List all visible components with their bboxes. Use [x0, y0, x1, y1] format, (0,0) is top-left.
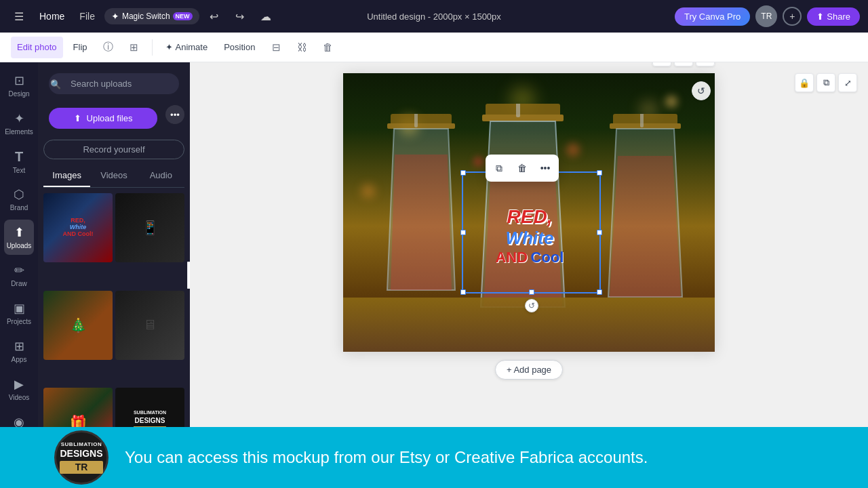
sidebar-item-videos[interactable]: ▶ Videos — [4, 371, 34, 407]
canvas-refresh-icon: ↺ — [697, 85, 705, 96]
copy-icon: ⧉ — [823, 77, 829, 88]
text-icon: T — [15, 149, 23, 165]
animate-button[interactable]: ✦ Animate — [159, 37, 214, 58]
lock-icon: 🔒 — [799, 78, 810, 88]
sidebar-item-text[interactable]: T Text — [4, 144, 34, 179]
edit-toolbar: Edit photo Flip ⓘ ⊞ ✦ Animate Position ⊟… — [0, 33, 868, 62]
canvas-wrapper[interactable]: RED, White AND Cool — [343, 73, 715, 352]
uploads-icon: ⬆ — [14, 225, 24, 240]
svg-rect-5 — [516, 104, 520, 117]
upload-files-button[interactable]: ⬆ Upload files — [49, 108, 157, 129]
add-user-button[interactable]: + — [783, 7, 802, 26]
tab-videos[interactable]: Videos — [90, 165, 137, 187]
svg-rect-4 — [482, 115, 564, 121]
magic-switch-button[interactable]: ✦ Magic Switch NEW — [104, 8, 199, 24]
share-icon: ⬆ — [816, 12, 824, 22]
thumbnail-2[interactable]: 📱 — [115, 193, 184, 262]
edit-photo-button[interactable]: Edit photo — [11, 37, 63, 58]
brand-overlay: SUBLIMATION DESIGNS TR You can access th… — [0, 427, 868, 488]
cloud-save-button[interactable]: ☁ — [255, 5, 277, 27]
context-more-icon: ••• — [540, 163, 551, 174]
sidebar-item-elements[interactable]: ✦ Elements — [4, 106, 34, 141]
thumbnail-4[interactable]: 🖥 — [115, 291, 184, 360]
context-delete-icon: 🗑 — [517, 163, 527, 174]
svg-rect-8 — [640, 114, 644, 127]
try-canva-pro-button[interactable]: Try Canva Pro — [675, 7, 750, 26]
left-sidebar: ⊡ Design ✦ Elements T Text ⬡ Brand ⬆ Upl… — [0, 62, 38, 488]
cloud-icon: ☁ — [260, 10, 271, 23]
context-more-button[interactable]: ••• — [534, 157, 556, 179]
thumbnail-1[interactable]: RED, White AND Cool! — [43, 193, 113, 262]
search-input[interactable] — [49, 73, 179, 94]
share-button[interactable]: ⬆ Share — [807, 7, 860, 26]
delete-button[interactable]: 🗑 — [317, 37, 338, 58]
upload-btn-row: ⬆ Upload files ••• — [43, 105, 184, 134]
tab-audio[interactable]: Audio — [138, 165, 184, 187]
brand-icon: ⬡ — [14, 187, 24, 202]
search-wrapper: 🔍 — [43, 68, 184, 100]
link-icon: ⛓ — [297, 41, 307, 53]
file-button[interactable]: File — [74, 5, 100, 27]
design-title: Untitled design - 2000px × 1500px — [367, 12, 501, 22]
grid-icon: ⊟ — [272, 41, 281, 54]
menu-icon: ☰ — [14, 10, 24, 23]
main-layout: ⊡ Design ✦ Elements T Text ⬡ Brand ⬆ Upl… — [0, 62, 868, 488]
canvas-area[interactable]: 🔒 ⧉ ⤢ ↺ — [190, 62, 868, 488]
design-content[interactable]: RED, White AND Cool — [455, 161, 604, 310]
projects-icon: ▣ — [14, 301, 25, 316]
svg-rect-2 — [414, 114, 418, 127]
sidebar-item-uploads[interactable]: ⬆ Uploads — [4, 220, 34, 255]
search-icon: 🔍 — [50, 79, 61, 89]
canvas-frame-actions: 🔒 ⧉ ⤢ — [795, 73, 857, 92]
toolbar-divider — [152, 39, 153, 56]
record-yourself-button[interactable]: Record yourself — [43, 140, 184, 159]
sidebar-item-draw[interactable]: ✏ Draw — [4, 258, 34, 293]
expand-button[interactable]: ⤢ — [838, 73, 857, 92]
add-page-button[interactable]: + Add page — [495, 360, 563, 380]
svg-rect-1 — [387, 123, 455, 129]
context-delete-button[interactable]: 🗑 — [511, 157, 533, 179]
upload-icon: ⬆ — [74, 113, 81, 123]
canvas-refresh-button[interactable]: ↺ — [692, 81, 711, 100]
context-menu: ⧉ 🗑 ••• — [486, 155, 559, 182]
magic-switch-icon: ✦ — [111, 11, 119, 22]
frame-lock-button[interactable]: 🔒 — [652, 62, 671, 66]
link-button[interactable]: ⛓ — [291, 37, 313, 58]
copy-canvas-button[interactable]: ⧉ — [816, 73, 835, 92]
sidebar-item-brand[interactable]: ⬡ Brand — [4, 182, 34, 217]
trash-icon: 🗑 — [323, 41, 333, 53]
sidebar-item-projects[interactable]: ▣ Projects — [4, 296, 34, 331]
layout-icon: ⊞ — [130, 41, 138, 54]
videos-icon: ▶ — [14, 377, 24, 392]
svg-rect-7 — [610, 123, 681, 129]
grid-button[interactable]: ⊟ — [265, 37, 287, 58]
context-copy-icon: ⧉ — [496, 163, 502, 174]
position-button[interactable]: Position — [218, 37, 261, 58]
frame-copy-button[interactable]: ⧉ — [674, 62, 693, 66]
sidebar-item-design[interactable]: ⊡ Design — [4, 68, 34, 103]
right-jar — [603, 114, 688, 307]
undo-button[interactable]: ↩ — [203, 5, 225, 27]
home-button[interactable]: Home — [34, 5, 70, 27]
design-icon: ⊡ — [14, 73, 24, 88]
lock-button[interactable]: 🔒 — [795, 73, 814, 92]
redo-button[interactable]: ↪ — [229, 5, 251, 27]
undo-icon: ↩ — [210, 10, 218, 23]
avatar[interactable]: TR — [755, 5, 777, 27]
tab-images[interactable]: Images — [43, 165, 90, 187]
draw-icon: ✏ — [14, 263, 24, 278]
context-copy-button[interactable]: ⧉ — [488, 157, 510, 179]
sidebar-item-apps[interactable]: ⊞ Apps — [4, 333, 34, 369]
layout-button[interactable]: ⊞ — [123, 37, 145, 58]
info-button[interactable]: ⓘ — [98, 37, 119, 58]
upload-more-button[interactable]: ••• — [165, 105, 184, 124]
flip-button[interactable]: Flip — [67, 37, 94, 58]
frame-expand-button[interactable]: ⤢ — [696, 62, 715, 66]
brand-message: You can access this mockup from our Etsy… — [125, 448, 648, 467]
expand-icon: ⤢ — [844, 78, 852, 88]
panel-tabs: Images Videos Audio — [43, 165, 184, 188]
top-navbar: ☰ Home File ✦ Magic Switch NEW ↩ ↪ ☁ Unt… — [0, 0, 868, 33]
design-text: RED, White AND Cool — [495, 206, 564, 266]
thumbnail-3[interactable]: 🎄 — [43, 291, 113, 360]
menu-button[interactable]: ☰ — [8, 5, 30, 27]
